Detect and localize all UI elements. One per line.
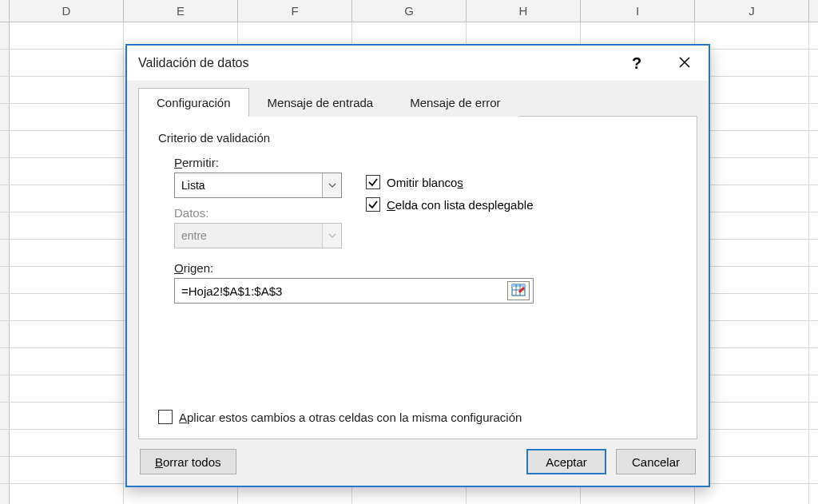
col-header-h[interactable]: H xyxy=(467,0,581,22)
chevron-down-icon xyxy=(322,224,341,248)
data-label: Datos: xyxy=(174,206,342,220)
ignore-blank-checkbox-row[interactable]: Omitir blancos xyxy=(366,175,533,189)
allow-select[interactable]: Lista xyxy=(174,173,342,198)
range-picker-button[interactable] xyxy=(507,281,530,300)
col-header-g[interactable]: G xyxy=(352,0,467,22)
clear-all-button[interactable]: Borrar todos xyxy=(140,449,236,474)
help-button[interactable]: ? xyxy=(613,46,661,81)
col-header-j[interactable]: J xyxy=(695,0,809,22)
col-header-d[interactable]: D xyxy=(10,0,124,22)
titlebar: Validación de datos ? xyxy=(127,46,709,81)
cancel-button[interactable]: Cancelar xyxy=(616,449,696,474)
tab-bar: Configuración Mensaje de entrada Mensaje… xyxy=(138,87,697,117)
dialog-title: Validación de datos xyxy=(138,56,248,70)
ignore-blank-label: Omitir blancos xyxy=(387,176,463,189)
data-validation-dialog: Validación de datos ? Configuración Mens… xyxy=(125,44,710,487)
in-cell-dropdown-label: Celda con lista desplegable xyxy=(387,198,533,212)
col-header-i[interactable]: I xyxy=(581,0,695,22)
data-value: entre xyxy=(181,229,207,242)
col-header-e[interactable]: E xyxy=(124,0,238,22)
apply-to-other-cells-row[interactable]: Aplicar estos cambios a otras celdas con… xyxy=(158,378,677,424)
close-button[interactable] xyxy=(661,46,709,81)
chevron-down-icon xyxy=(322,173,341,197)
tab-error-message[interactable]: Mensaje de error xyxy=(391,88,518,117)
source-input[interactable] xyxy=(175,279,507,303)
col-header-f[interactable]: F xyxy=(238,0,352,22)
source-label: Origen: xyxy=(174,261,677,275)
accept-button[interactable]: Aceptar xyxy=(526,449,606,474)
range-picker-icon xyxy=(511,284,526,299)
apply-to-other-cells-checkbox[interactable] xyxy=(158,410,173,424)
close-icon xyxy=(678,54,691,73)
in-cell-dropdown-checkbox-row[interactable]: Celda con lista desplegable xyxy=(366,197,533,212)
validation-criteria-label: Criterio de validación xyxy=(158,131,677,145)
ignore-blank-checkbox[interactable] xyxy=(366,175,380,189)
allow-label: Permitir: xyxy=(174,156,342,169)
allow-value: Lista xyxy=(181,179,205,192)
tab-input-message[interactable]: Mensaje de entrada xyxy=(249,88,392,117)
tab-configuration[interactable]: Configuración xyxy=(138,88,249,117)
svg-rect-1 xyxy=(512,284,525,287)
apply-to-other-cells-label: Aplicar estos cambios a otras celdas con… xyxy=(179,411,522,424)
in-cell-dropdown-checkbox[interactable] xyxy=(366,197,380,212)
data-select: entre xyxy=(174,223,342,248)
